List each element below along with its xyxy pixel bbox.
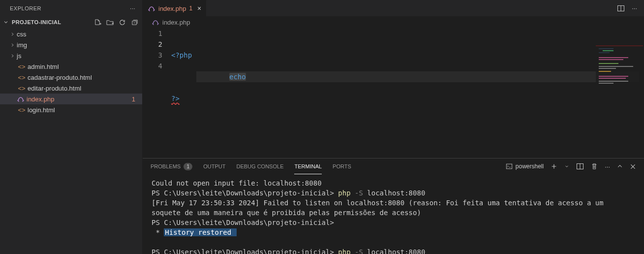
split-editor-icon[interactable]: [617, 4, 625, 12]
problems-count-badge: 1: [184, 163, 192, 170]
collapse-all-icon[interactable]: [131, 19, 138, 26]
term-flag: -S: [351, 248, 368, 254]
panel-more-icon[interactable]: ···: [605, 163, 610, 170]
new-terminal-icon[interactable]: [551, 163, 557, 170]
file-problems-badge: 1: [132, 95, 135, 103]
terminal-profile-label: powershell: [516, 163, 544, 170]
terminal-icon: [506, 163, 513, 170]
term-line: *: [152, 228, 164, 236]
new-folder-icon[interactable]: [106, 19, 114, 26]
line-number: 4: [143, 61, 162, 71]
panel-tab-label: OUTPUT: [203, 163, 225, 169]
folder-img[interactable]: img: [0, 39, 142, 50]
tab-bar: index.php 1 × ···: [143, 0, 644, 17]
chevron-right-icon: [10, 42, 17, 48]
file-label: index.php: [27, 95, 54, 103]
line-number: 3: [143, 50, 162, 61]
refresh-icon[interactable]: [119, 19, 126, 26]
php-file-icon: [17, 95, 27, 102]
terminal-dropdown-icon[interactable]: [564, 164, 569, 169]
editor-more-icon[interactable]: ···: [632, 4, 637, 12]
panel-tabs: PROBLEMS 1 OUTPUT DEBUG CONSOLE TERMINAL…: [143, 159, 644, 174]
term-cmd: php: [338, 189, 350, 197]
tab-close-icon[interactable]: ×: [197, 4, 201, 12]
maximize-panel-icon[interactable]: [617, 163, 623, 169]
breadcrumb[interactable]: index.php: [143, 17, 644, 28]
line-number: 2: [143, 39, 162, 50]
project-name: PROJETO-INICIAL: [12, 19, 61, 25]
tab-label: index.php: [158, 5, 186, 12]
html-file-icon: <>: [17, 85, 27, 92]
file-label: admin.html: [28, 63, 59, 70]
bottom-panel: PROBLEMS 1 OUTPUT DEBUG CONSOLE TERMINAL…: [143, 158, 644, 254]
folder-js[interactable]: js: [0, 50, 142, 61]
file-editar[interactable]: <> editar-produto.html: [0, 83, 142, 94]
term-line: Could not open input file: localhost:808…: [152, 179, 322, 187]
file-label: login.html: [28, 106, 55, 114]
folder-label: css: [17, 31, 27, 38]
file-cadastrar[interactable]: <> cadastrar-produto.html: [0, 72, 142, 83]
term-arg: localhost:8080: [367, 189, 425, 197]
tab-modified-indicator: 1: [189, 5, 192, 12]
history-restored-badge: History restored: [164, 228, 236, 236]
folder-css[interactable]: css: [0, 29, 142, 39]
term-flag: -S: [351, 189, 368, 197]
chevron-right-icon: [10, 53, 17, 59]
tab-ports[interactable]: PORTS: [333, 159, 351, 174]
chevron-down-icon: [3, 19, 11, 25]
code-token: echo: [229, 73, 246, 81]
line-number: 1: [143, 28, 162, 39]
term-prompt: PS C:\Users\leite\Downloads\projeto-inic…: [152, 189, 338, 197]
project-actions: [94, 19, 138, 26]
term-cmd: php: [338, 248, 350, 254]
svg-rect-2: [506, 164, 512, 169]
new-file-icon[interactable]: [94, 19, 101, 26]
tab-index-php[interactable]: index.php 1 ×: [143, 0, 207, 16]
html-file-icon: <>: [17, 74, 27, 81]
file-login[interactable]: <> login.html: [0, 104, 142, 115]
breadcrumb-file: index.php: [162, 19, 190, 26]
php-file-icon: [148, 5, 155, 12]
php-file-icon: [152, 19, 159, 26]
chevron-right-icon: [10, 32, 17, 37]
terminal-output[interactable]: Could not open input file: localhost:808…: [143, 174, 644, 254]
terminal-profile[interactable]: powershell: [506, 163, 544, 170]
tab-terminal[interactable]: TERMINAL: [294, 159, 322, 174]
project-root[interactable]: PROJETO-INICIAL: [0, 17, 142, 28]
explorer-more-icon[interactable]: ···: [130, 5, 138, 11]
tab-output[interactable]: OUTPUT: [203, 159, 225, 174]
split-terminal-icon[interactable]: [576, 162, 584, 170]
tab-debug-console[interactable]: DEBUG CONSOLE: [237, 159, 284, 174]
file-label: cadastrar-produto.html: [28, 74, 92, 81]
kill-terminal-icon[interactable]: [591, 163, 598, 170]
file-label: editar-produto.html: [28, 85, 81, 92]
file-tree: css img js <> admin.html <> cadastrar-pr…: [0, 28, 142, 115]
term-line: [Fri May 17 23:50:33 2024] Failed to lis…: [152, 199, 608, 217]
tab-problems[interactable]: PROBLEMS 1: [151, 159, 192, 174]
code-content[interactable]: <?php echo ?>: [171, 28, 644, 158]
explorer-header: EXPLORER ···: [0, 0, 142, 17]
code-token: ?>: [171, 95, 180, 102]
term-prompt: PS C:\Users\leite\Downloads\projeto-inic…: [152, 219, 338, 226]
panel-actions: powershell ···: [506, 162, 636, 170]
line-gutter: 1 2 3 4: [143, 28, 171, 158]
term-line: [152, 238, 155, 246]
code-token: <?php: [171, 51, 192, 59]
html-file-icon: <>: [17, 63, 27, 70]
panel-tab-label: TERMINAL: [294, 163, 322, 169]
close-panel-icon[interactable]: [630, 163, 636, 170]
explorer-sidebar: EXPLORER ··· PROJETO-INICIAL: [0, 0, 143, 254]
code-editor[interactable]: 1 2 3 4 <?php echo ?>: [143, 28, 644, 158]
file-admin[interactable]: <> admin.html: [0, 61, 142, 72]
term-prompt: PS C:\Users\leite\Downloads\projeto-inic…: [152, 248, 338, 254]
folder-label: js: [17, 52, 21, 60]
editor-actions: ···: [617, 0, 644, 16]
panel-tab-label: PORTS: [333, 163, 351, 169]
panel-tab-label: DEBUG CONSOLE: [237, 163, 284, 169]
html-file-icon: <>: [17, 106, 27, 114]
panel-tab-label: PROBLEMS: [151, 163, 181, 169]
file-index-php[interactable]: index.php 1: [0, 94, 142, 104]
term-arg: localhost:8080: [367, 248, 425, 254]
explorer-title: EXPLORER: [10, 5, 41, 11]
editor-area: index.php 1 × ··· index.php 1 2 3 4 <?ph…: [143, 0, 644, 254]
